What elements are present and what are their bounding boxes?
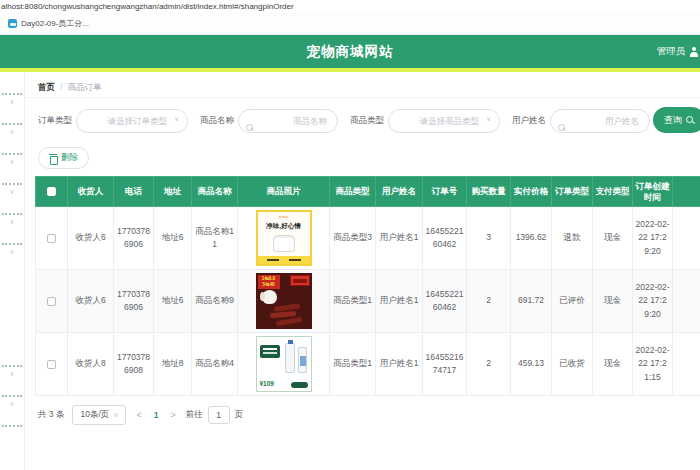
sidebar-item-truncated[interactable] <box>0 420 24 450</box>
user-role-label: 管理员 <box>657 45 686 58</box>
page-unit-label: 页 <box>235 409 244 421</box>
col-header: 购买数量 <box>467 177 511 207</box>
order-type-select[interactable]: ∨ <box>76 109 188 133</box>
sidebar-item-truncated[interactable]: ∨ <box>0 118 24 148</box>
chevron-down-icon: ∨ <box>0 125 24 139</box>
order-type-select-input[interactable] <box>77 110 187 132</box>
breadcrumb-current: 商品订单 <box>67 82 101 97</box>
order-type-badge: 已评价 <box>552 270 593 333</box>
col-header: 收货人 <box>68 177 114 207</box>
browser-url-bar[interactable]: alhost:8080/chongwushangchengwangzhan/ad… <box>0 0 700 13</box>
orders-table: 收货人 电话 地址 商品名称 商品照片 商品类型 用户姓名 订单号 购买数量 实… <box>35 176 700 396</box>
app-header: 宠物商城网站 管理员 <box>0 35 700 68</box>
col-header: 实付价格 <box>511 177 552 207</box>
chevron-down-icon: ∨ <box>0 155 24 169</box>
chevron-down-icon: ∨ <box>0 185 24 199</box>
user-name-field[interactable] <box>550 109 650 133</box>
col-header: 商品照片 <box>238 177 330 207</box>
breadcrumb-home-link[interactable]: 首页 <box>38 82 55 97</box>
row-checkbox[interactable] <box>47 360 56 369</box>
col-header-actions-cut <box>673 177 700 207</box>
bookmarks-bar: Day02-09-员工分... <box>0 13 700 35</box>
orders-table-wrap: 收货人 电话 地址 商品名称 商品照片 商品类型 用户姓名 订单号 购买数量 实… <box>35 176 700 396</box>
row-checkbox[interactable] <box>47 234 56 243</box>
search-button[interactable]: 查询 <box>653 107 700 133</box>
user-name-input[interactable] <box>551 110 649 132</box>
sidebar-item-truncated[interactable]: ∨ <box>0 88 24 118</box>
order-type-badge: 退款 <box>552 207 593 270</box>
delete-button[interactable]: 删除 <box>38 147 89 169</box>
page-title: 宠物商城网站 <box>307 43 394 61</box>
chevron-down-icon: ∨ <box>0 245 24 259</box>
select-all-header <box>36 177 68 207</box>
col-header: 支付类型 <box>593 177 633 207</box>
product-image-dog-treats: 1包9.9 5包40 <box>256 273 312 329</box>
col-header: 商品类型 <box>330 177 376 207</box>
action-toolbar: 删除 <box>25 147 700 169</box>
col-header: 电话 <box>114 177 154 207</box>
page-size-select[interactable]: 10条/页 ∨ <box>72 405 126 425</box>
col-header: 地址 <box>154 177 192 207</box>
next-page-button[interactable]: > <box>168 410 177 420</box>
dog-graphic <box>262 290 277 304</box>
header-user-menu[interactable]: 管理员 <box>657 35 697 68</box>
current-page[interactable]: 1 <box>152 410 161 420</box>
url-text: alhost:8080/chongwushangchengwangzhan/ad… <box>1 2 294 11</box>
product-type-select[interactable]: ∨ <box>388 109 500 133</box>
trash-icon <box>49 154 57 163</box>
sidebar-item-truncated[interactable]: ∨ <box>0 390 24 420</box>
order-type-badge: 已收货 <box>552 333 593 396</box>
total-count: 共 3 条 <box>38 409 64 421</box>
main-content: 首页 / 商品订单 订单类型 ∨ 商品名称 商品类型 ∨ 用户姓名 查询 <box>25 72 700 470</box>
sidebar-item-truncated[interactable]: ∨ <box>0 238 24 268</box>
product-type-label: 商品类型 <box>350 115 384 127</box>
table-row: 收货人8 17703786908 地址8 商品名称4 ¥109 商品类型1 用户… <box>36 333 700 396</box>
product-name-label: 商品名称 <box>200 115 234 127</box>
product-image-cat-litter: pidan 净味,好心情 <box>256 210 312 266</box>
col-header: 订单创建时间 <box>633 177 673 207</box>
pagination: 共 3 条 10条/页 ∨ < 1 > 前往 页 <box>25 405 700 425</box>
table-header-row: 收货人 电话 地址 商品名称 商品照片 商品类型 用户姓名 订单号 购买数量 实… <box>36 177 700 207</box>
table-row: 收货人6 17703786906 地址6 商品名称11 pidan 净味,好心情… <box>36 207 700 270</box>
sidebar-item-truncated[interactable]: ∨ <box>0 360 24 390</box>
calendar-icon <box>8 19 17 28</box>
order-type-label: 订单类型 <box>38 115 72 127</box>
col-header: 用户姓名 <box>376 177 423 207</box>
col-header: 订单号 <box>423 177 467 207</box>
chevron-down-icon: ∨ <box>0 367 24 381</box>
chevron-down-icon: ∨ <box>0 397 24 411</box>
user-name-label: 用户姓名 <box>512 115 546 127</box>
sidebar-truncated: ∨ ∨ ∨ ∨ ∨ ∨ ∨ ∨ <box>0 72 25 470</box>
goto-page-input[interactable] <box>208 406 230 424</box>
sidebar-item-truncated[interactable]: ∨ <box>0 208 24 238</box>
product-name-input[interactable] <box>239 110 337 132</box>
chevron-down-icon: ∨ <box>0 95 24 109</box>
product-name-field[interactable] <box>238 109 338 133</box>
row-checkbox[interactable] <box>47 297 56 306</box>
user-avatar-icon <box>689 47 699 57</box>
chevron-down-icon: ∨ <box>113 411 118 419</box>
goto-label: 前往 <box>186 409 203 421</box>
sidebar-item-truncated[interactable]: ∨ <box>0 148 24 178</box>
breadcrumb: 首页 / 商品订单 <box>25 72 700 98</box>
bookmark-label: Day02-09-员工分... <box>21 18 89 29</box>
search-icon <box>686 116 694 124</box>
sidebar-item-truncated[interactable]: ∨ <box>0 178 24 208</box>
table-row: 收货人6 17703786906 地址6 商品名称9 1包9.9 5包40 <box>36 270 700 333</box>
product-type-select-input[interactable] <box>389 110 499 132</box>
prev-page-button[interactable]: < <box>134 410 143 420</box>
breadcrumb-separator: / <box>60 82 62 97</box>
bookmark-item[interactable]: Day02-09-员工分... <box>8 18 89 29</box>
product-image-pet-care: ¥109 <box>256 336 312 392</box>
col-header: 订单类型 <box>552 177 593 207</box>
select-all-checkbox[interactable] <box>47 187 56 196</box>
filter-toolbar: 订单类型 ∨ 商品名称 商品类型 ∨ 用户姓名 查询 <box>25 108 700 134</box>
chevron-down-icon: ∨ <box>0 215 24 229</box>
col-header: 商品名称 <box>192 177 238 207</box>
